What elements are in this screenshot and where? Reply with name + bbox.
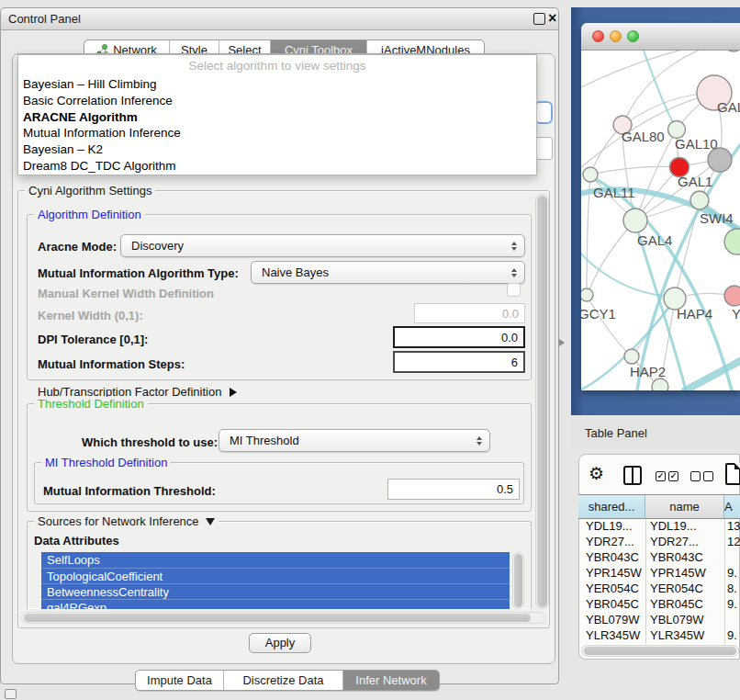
node-label: GAL1 (678, 174, 712, 189)
algorithm-combo-fragment[interactable] (534, 101, 553, 124)
algorithm-option[interactable]: Bayesian – Hill Climbing (18, 76, 536, 93)
mi-threshold-label: Mutual Information Threshold: (43, 484, 216, 498)
float-window-icon[interactable] (533, 13, 545, 25)
mi-threshold-field[interactable]: 0.5 (387, 479, 520, 500)
network-node-hap2[interactable] (624, 349, 639, 364)
settings-vertical-scrollbar[interactable] (535, 194, 549, 609)
splitter-handle-icon[interactable] (559, 339, 565, 346)
close-window-icon[interactable]: × (548, 8, 556, 28)
mi-type-label: Mutual Information Algorithm Type: (38, 266, 239, 280)
algorithm-option[interactable]: Mutual Information Inference (18, 125, 536, 141)
node-label: GCY1 (581, 306, 616, 322)
network-node[interactable] (724, 229, 740, 254)
table-cell: YBR045C (650, 597, 703, 611)
tab-infer-network[interactable]: Infer Network (343, 671, 439, 690)
network-node-gal4[interactable] (623, 209, 647, 232)
control-panel-window: Control Panel × NetworkStyleSelectCyni T… (0, 7, 559, 684)
select-all-check-icon[interactable]: ✓ (656, 471, 666, 481)
algorithm-option[interactable]: Bayesian – K2 (18, 141, 536, 158)
combo-arrows-icon (511, 268, 517, 277)
zoom-traffic-light-icon[interactable] (627, 30, 639, 42)
node-label: GAL (717, 99, 740, 115)
field-value: 0.0 (501, 331, 518, 344)
algorithm-option[interactable]: ARACNE Algorithm (18, 109, 536, 126)
kernel-width-label: Kernel Width (0,1): (38, 309, 143, 322)
file-icon[interactable] (725, 463, 740, 485)
table-cell: YBL079W (586, 613, 640, 627)
table-cell: YBR043C (586, 550, 639, 564)
table-row[interactable]: YBR043CYBR043C (579, 550, 740, 566)
node-label: HAP4 (677, 306, 712, 322)
apply-label: Apply (265, 636, 296, 649)
tab-discretize-data[interactable]: Discretize Data (224, 671, 343, 690)
gear-icon[interactable]: ⚙ (589, 463, 604, 484)
mi-steps-field[interactable]: 6 (393, 351, 525, 373)
manual-kernel-checkbox[interactable] (507, 283, 521, 297)
which-threshold-combo[interactable]: MI Threshold (219, 429, 490, 452)
tab-impute-data[interactable]: Impute Data (136, 671, 224, 690)
table-row[interactable]: YPR145WYPR145W9. (579, 566, 740, 581)
column-header[interactable]: name (645, 494, 724, 519)
apply-button[interactable]: Apply (249, 633, 311, 653)
tab-label: Discretize Data (242, 673, 323, 687)
text-field-fragment[interactable] (535, 137, 553, 160)
combo-arrows-icon (511, 242, 517, 251)
table-row[interactable]: YBL079WYBL079W (579, 613, 740, 628)
attribute-item-selected[interactable]: SelfLoops (41, 552, 510, 568)
node-label: GAL4 (637, 232, 672, 248)
field-value: 6 (511, 356, 518, 369)
table-cell: YBR043C (650, 550, 703, 564)
node-label: HAP2 (630, 364, 666, 379)
data-attributes-list[interactable]: SelfLoopsTopologicalCoefficientBetweenne… (41, 552, 510, 609)
dropdown-placeholder: Select algorithm to view settings (18, 55, 536, 76)
table-cell: 8. (727, 581, 737, 595)
deselect-all-box-icon[interactable] (703, 471, 713, 481)
deselect-all-box-icon[interactable] (690, 471, 701, 481)
settings-horizontal-scrollbar[interactable] (21, 612, 546, 624)
tab-label: Impute Data (147, 673, 212, 687)
dpi-tolerance-field[interactable]: 0.0 (393, 326, 525, 348)
network-node[interactable] (652, 378, 668, 390)
close-traffic-light-icon[interactable] (592, 30, 604, 42)
attributes-scrollbar[interactable] (512, 552, 524, 609)
network-node-swi4[interactable] (690, 191, 709, 209)
attribute-item-selected[interactable]: gal4RGexp (41, 599, 510, 609)
table-cell: YLR345W (586, 628, 640, 642)
kernel-width-field[interactable]: 0.0 (414, 303, 525, 323)
combo-arrows-icon (477, 436, 482, 446)
attribute-item-selected[interactable]: TopologicalCoefficient (41, 568, 510, 583)
network-node-gcy1[interactable] (581, 288, 593, 301)
network-window-titlebar[interactable] (581, 23, 740, 51)
sources-toggle[interactable]: Sources for Network Inference (34, 514, 219, 528)
network-node-gal11[interactable] (583, 167, 598, 182)
tab-label: Infer Network (355, 673, 426, 687)
group-title: Threshold Definition (34, 397, 148, 411)
table-cell: YDL19... (586, 519, 633, 533)
collapsed-panel-grip[interactable] (5, 689, 17, 699)
network-canvas[interactable]: GALGAL80GAL10GAL1GAL11SWI4GAL4GCY1HAP4YH… (581, 51, 740, 390)
attribute-item-selected[interactable]: BetweennessCentrality (41, 583, 510, 599)
network-node[interactable] (708, 148, 732, 172)
network-node-y[interactable] (724, 286, 740, 306)
minimize-traffic-light-icon[interactable] (610, 30, 622, 42)
table-row[interactable]: YER054CYER054C8. (579, 581, 740, 597)
column-header[interactable]: shared... (578, 494, 645, 519)
split-columns-icon[interactable] (623, 466, 642, 485)
column-header[interactable]: A (724, 494, 740, 519)
algorithm-option[interactable]: Basic Correlation Inference (18, 93, 536, 109)
network-node[interactable] (723, 51, 740, 51)
aracne-mode-combo[interactable]: Discovery (120, 234, 525, 257)
mi-type-combo[interactable]: Naive Bayes (251, 261, 525, 284)
table-row[interactable]: YDL19...YDL19...13 (579, 519, 740, 535)
table-panel-title: Table Panel (585, 426, 647, 440)
table-cell: YPR145W (586, 566, 642, 580)
table-cell: YBL079W (650, 613, 704, 627)
table-row[interactable]: YBR045CYBR045C9. (579, 597, 740, 613)
table-horizontal-scrollbar[interactable] (581, 645, 739, 657)
table-row[interactable]: YDR27...YDR27...12 (579, 535, 740, 550)
control-panel-titlebar[interactable]: Control Panel × (1, 8, 558, 30)
select-all-check-icon[interactable]: ✓ (668, 471, 678, 481)
desktop: Control Panel × NetworkStyleSelectCyni T… (0, 0, 740, 700)
algorithm-option[interactable]: Dream8 DC_TDC Algorithm (18, 158, 536, 175)
table-row[interactable]: YLR345WYLR345W9. (579, 628, 740, 644)
